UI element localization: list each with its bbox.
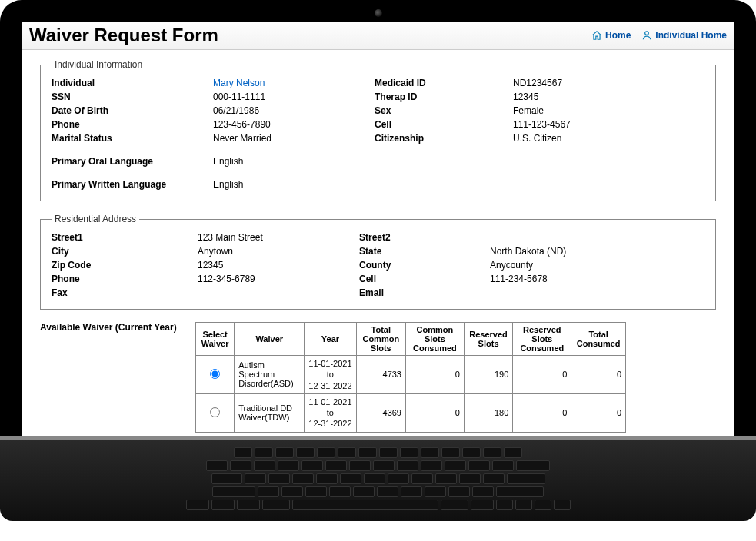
reserved-slots-cell: 180 bbox=[464, 393, 513, 432]
reserved-slots-cell: 190 bbox=[464, 356, 513, 394]
therap-id-value: 12345 bbox=[513, 91, 704, 102]
county-label: County bbox=[359, 260, 482, 270]
addr-cell-label: Cell bbox=[359, 274, 482, 284]
content-area: Individual Information Individual Mary N… bbox=[22, 50, 734, 436]
street1-label: Street1 bbox=[52, 232, 190, 243]
oral-language-label: Primary Oral Language bbox=[52, 156, 205, 167]
individual-information-fieldset: Individual Information Individual Mary N… bbox=[40, 59, 716, 201]
waiver-name-cell: Autism Spectrum Disorder(ASD) bbox=[235, 356, 305, 394]
phone-label: Phone bbox=[52, 119, 205, 130]
addr-cell-value: 111-234-5678 bbox=[490, 274, 704, 284]
common-slots-consumed-cell: 0 bbox=[406, 356, 465, 394]
home-icon bbox=[591, 30, 602, 41]
sex-label: Sex bbox=[375, 105, 505, 116]
ssn-value: 000-11-1111 bbox=[213, 91, 367, 102]
nav-links: Home Individual Home bbox=[591, 30, 727, 41]
individual-label: Individual bbox=[52, 78, 205, 88]
city-label: City bbox=[52, 246, 190, 257]
available-waiver-label: Available Waiver (Current Year) bbox=[40, 322, 186, 333]
page-header: Waiver Request Form Home Individual H bbox=[22, 22, 734, 50]
svg-point-0 bbox=[645, 32, 649, 35]
col-year: Year bbox=[305, 323, 356, 356]
col-total-consumed: Total Consumed bbox=[571, 323, 626, 356]
waiver-table: Select Waiver Waiver Year Total Common S… bbox=[195, 322, 626, 433]
camera-dot bbox=[375, 9, 382, 17]
available-waiver-section: Available Waiver (Current Year) Select W… bbox=[40, 322, 716, 433]
table-row: Traditional DD Waiver(TDW)11-01-2021to12… bbox=[196, 393, 626, 432]
medicaid-id-value: ND1234567 bbox=[513, 78, 704, 88]
col-total-common-slots: Total Common Slots bbox=[356, 323, 405, 356]
home-link-label: Home bbox=[605, 30, 631, 41]
keyboard-rows bbox=[0, 440, 756, 518]
written-language-value: English bbox=[213, 179, 367, 190]
state-value: North Dakota (ND) bbox=[490, 246, 704, 257]
total-common-slots-cell: 4733 bbox=[356, 356, 405, 394]
col-common-slots-consumed: Common Slots Consumed bbox=[406, 323, 465, 356]
individual-info-grid: Individual Mary Nelson Medicaid ID ND123… bbox=[52, 78, 704, 190]
email-label: Email bbox=[359, 287, 482, 298]
street2-value bbox=[490, 232, 704, 243]
medicaid-id-label: Medicaid ID bbox=[375, 78, 505, 88]
ssn-label: SSN bbox=[52, 91, 205, 102]
county-value: Anycounty bbox=[490, 260, 704, 270]
home-link[interactable]: Home bbox=[591, 30, 631, 41]
bezel: Waiver Request Form Home Individual H bbox=[0, 0, 756, 436]
reserved-slots-consumed-cell: 0 bbox=[513, 356, 571, 394]
select-waiver-cell bbox=[196, 356, 235, 394]
citizenship-value: U.S. Citizen bbox=[513, 133, 704, 144]
state-label: State bbox=[359, 246, 482, 257]
col-reserved-slots: Reserved Slots bbox=[464, 323, 513, 356]
dob-label: Date Of Birth bbox=[52, 105, 205, 116]
laptop-mockup: Waiver Request Form Home Individual H bbox=[0, 0, 756, 521]
addr-phone-value: 112-345-6789 bbox=[198, 274, 351, 284]
individual-home-link[interactable]: Individual Home bbox=[641, 30, 727, 41]
dob-value: 06/21/1986 bbox=[213, 105, 367, 116]
fax-value bbox=[198, 287, 351, 298]
sex-value: Female bbox=[513, 105, 704, 116]
zip-label: Zip Code bbox=[52, 260, 190, 270]
reserved-slots-consumed-cell: 0 bbox=[513, 393, 571, 432]
page-title: Waiver Request Form bbox=[29, 25, 218, 46]
year-cell: 11-01-2021to12-31-2022 bbox=[305, 356, 356, 394]
common-slots-consumed-cell: 0 bbox=[406, 393, 465, 432]
total-common-slots-cell: 4369 bbox=[356, 393, 405, 432]
col-reserved-slots-consumed: Reserved Slots Consumed bbox=[513, 323, 571, 356]
therap-id-label: Therap ID bbox=[375, 91, 505, 102]
residential-address-legend: Residential Address bbox=[52, 214, 139, 224]
select-waiver-radio[interactable] bbox=[210, 369, 220, 379]
residential-address-fieldset: Residential Address Street1 123 Main Str… bbox=[40, 214, 716, 310]
zip-value: 12345 bbox=[198, 260, 351, 270]
email-value bbox=[490, 287, 704, 298]
written-language-label: Primary Written Language bbox=[52, 179, 205, 190]
street2-label: Street2 bbox=[359, 232, 482, 243]
total-consumed-cell: 0 bbox=[571, 393, 626, 432]
fax-label: Fax bbox=[52, 287, 190, 298]
table-row: Autism Spectrum Disorder(ASD)11-01-2021t… bbox=[196, 356, 626, 394]
col-waiver: Waiver bbox=[235, 323, 305, 356]
oral-language-value: English bbox=[213, 156, 367, 167]
col-select-waiver: Select Waiver bbox=[196, 323, 235, 356]
address-grid: Street1 123 Main Street Street2 City Any… bbox=[52, 232, 704, 298]
street1-value: 123 Main Street bbox=[198, 232, 351, 243]
person-icon bbox=[641, 30, 652, 41]
addr-phone-label: Phone bbox=[52, 274, 190, 284]
select-waiver-radio[interactable] bbox=[210, 407, 220, 417]
individual-information-legend: Individual Information bbox=[52, 59, 145, 70]
city-value: Anytown bbox=[198, 246, 351, 257]
marital-status-label: Marital Status bbox=[52, 133, 205, 144]
cell-label: Cell bbox=[375, 119, 505, 130]
waiver-name-cell: Traditional DD Waiver(TDW) bbox=[235, 393, 305, 432]
phone-value: 123-456-7890 bbox=[213, 119, 367, 130]
year-cell: 11-01-2021to12-31-2022 bbox=[305, 393, 356, 432]
laptop-keyboard-base bbox=[0, 436, 756, 521]
marital-status-value: Never Married bbox=[213, 133, 367, 144]
individual-home-link-label: Individual Home bbox=[655, 30, 727, 41]
individual-value[interactable]: Mary Nelson bbox=[213, 78, 367, 88]
screen: Waiver Request Form Home Individual H bbox=[22, 22, 734, 436]
citizenship-label: Citizenship bbox=[375, 133, 505, 144]
total-consumed-cell: 0 bbox=[571, 356, 626, 394]
cell-value: 111-123-4567 bbox=[513, 119, 704, 130]
select-waiver-cell bbox=[196, 393, 235, 432]
